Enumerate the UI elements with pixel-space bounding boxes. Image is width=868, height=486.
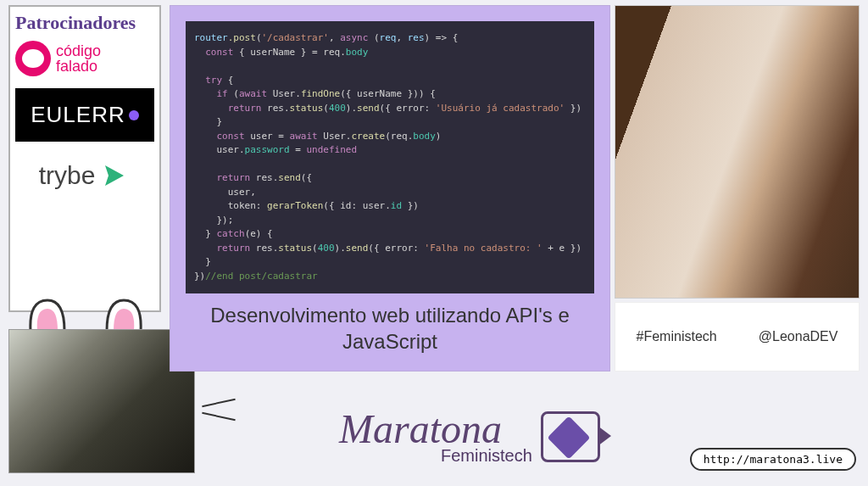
camera-icon bbox=[541, 411, 600, 462]
sponsor-trybe: trybe bbox=[15, 154, 154, 198]
presentation-slide: router.post('/cadastrar', async (req, re… bbox=[170, 5, 610, 371]
event-url: http://maratona3.live bbox=[690, 448, 856, 471]
code-snippet: router.post('/cadastrar', async (req, re… bbox=[186, 21, 594, 293]
codigo-falado-line1: código bbox=[56, 43, 101, 59]
event-name: Maratona bbox=[339, 409, 532, 450]
eulerr-text: EULERR bbox=[31, 102, 125, 128]
sponsors-title: Patrocinadores bbox=[15, 12, 154, 34]
slide-title: Desenvolvimento web utilizando API's e J… bbox=[187, 302, 593, 355]
event-subtitle: Feministech bbox=[441, 446, 532, 466]
sponsor-eulerr: EULERR bbox=[15, 88, 154, 142]
event-logo: Maratona Feministech bbox=[339, 399, 704, 475]
tags-panel: #Feministech @LeonaDEV bbox=[615, 302, 860, 371]
sound-lines-icon bbox=[202, 395, 237, 429]
hashtag: #Feministech bbox=[637, 329, 717, 344]
cat-ears-decoration bbox=[27, 297, 144, 331]
sponsors-panel: Patrocinadores código falado EULERR tryb… bbox=[8, 5, 161, 312]
speaker-photo bbox=[615, 5, 860, 299]
monkey-icon bbox=[15, 41, 51, 76]
trybe-text: trybe bbox=[39, 161, 96, 190]
sponsor-codigo-falado: código falado bbox=[15, 41, 154, 76]
speaker-handle: @LeonaDEV bbox=[759, 329, 838, 344]
webcam-feed bbox=[8, 329, 195, 473]
eulerr-dot-icon bbox=[129, 110, 139, 120]
codigo-falado-line2: falado bbox=[56, 59, 101, 74]
trybe-arrow-icon bbox=[100, 160, 131, 191]
